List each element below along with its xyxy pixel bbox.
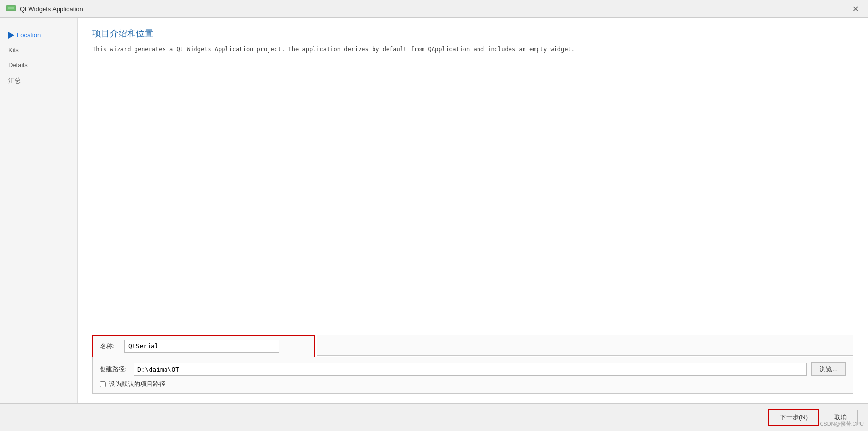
title-bar-left: Qt Widgets Application [6, 5, 83, 13]
section-title: 项目介绍和位置 [92, 28, 853, 39]
name-field-label: 名称: [100, 342, 120, 351]
sidebar-item-kits[interactable]: Kits [0, 43, 77, 58]
next-button[interactable]: 下一步(N) [768, 409, 819, 426]
window-title: Qt Widgets Application [20, 5, 83, 13]
default-path-label[interactable]: 设为默认的项目路径 [109, 380, 165, 388]
sidebar-item-summary[interactable]: 汇总 [0, 73, 77, 89]
sidebar-label-location: Location [17, 31, 41, 39]
default-path-row: 设为默认的项目路径 [100, 380, 846, 388]
main-panel: 项目介绍和位置 This wizard generates a Qt Widge… [78, 18, 868, 403]
sidebar-label-summary: 汇总 [8, 76, 21, 85]
bottom-bar: 下一步(N) 取消 [0, 403, 868, 431]
main-window: Qt Widgets Application ✕ Location Kits D… [0, 0, 868, 431]
path-field-label: 创建路径: [100, 365, 129, 373]
path-input[interactable] [134, 363, 807, 376]
content-area: Location Kits Details 汇总 项目介绍和位置 This wi… [0, 18, 868, 403]
section-description: This wizard generates a Qt Widgets Appli… [92, 45, 853, 54]
arrow-icon [8, 32, 14, 39]
sidebar: Location Kits Details 汇总 [0, 18, 78, 403]
browse-button[interactable]: 浏览... [811, 362, 846, 376]
sidebar-label-kits: Kits [8, 46, 19, 54]
sidebar-label-details: Details [8, 61, 28, 69]
sidebar-item-location[interactable]: Location [0, 28, 77, 43]
svg-rect-2 [8, 7, 14, 9]
title-bar: Qt Widgets Application ✕ [0, 0, 868, 18]
name-input[interactable] [124, 340, 279, 353]
default-path-checkbox[interactable] [100, 381, 106, 387]
app-icon [6, 5, 16, 13]
watermark: CSDN@侯苦:CPU [820, 420, 864, 428]
close-button[interactable]: ✕ [850, 4, 862, 14]
sidebar-item-details[interactable]: Details [0, 58, 77, 73]
